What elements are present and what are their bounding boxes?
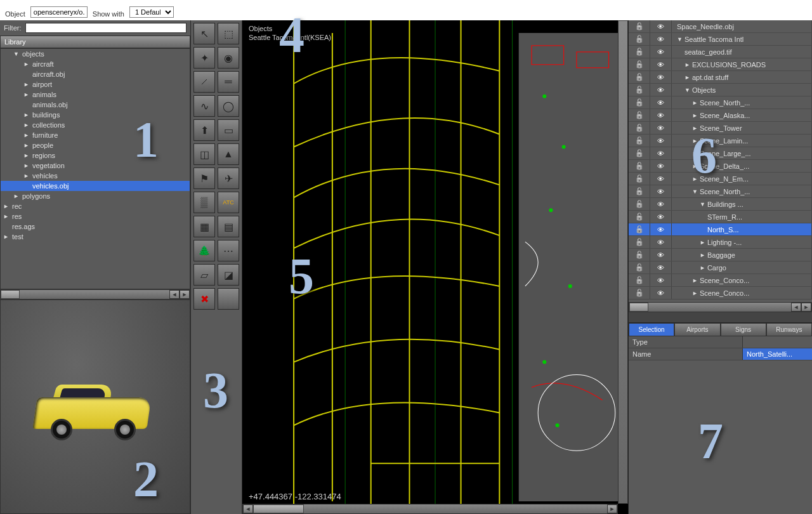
hierarchy-row[interactable]: ▼Scene_North_...: [629, 185, 812, 198]
hierarchy-row[interactable]: Space_Needle.obj: [629, 20, 812, 33]
visibility-icon[interactable]: [650, 223, 672, 235]
map-v-scroll[interactable]: [618, 20, 628, 504]
tree-item[interactable]: ►aircraft: [1, 59, 190, 69]
visibility-icon[interactable]: [650, 33, 672, 45]
show-with-select[interactable]: 1 Default: [129, 6, 174, 18]
hierarchy-row[interactable]: STerm_R...: [629, 211, 812, 223]
lock-icon[interactable]: [629, 135, 650, 147]
tree-item[interactable]: ►vegetation: [1, 161, 190, 171]
tree-item[interactable]: ►people: [1, 140, 190, 150]
tool-line[interactable]: ⋯: [218, 240, 239, 261]
tool-plane[interactable]: ✈: [218, 168, 239, 189]
visibility-icon[interactable]: [650, 46, 672, 58]
tab-signs[interactable]: Signs: [721, 323, 766, 336]
visibility-icon[interactable]: [650, 135, 672, 147]
property-row[interactable]: NameNorth_Satelli...: [629, 348, 812, 360]
visibility-icon[interactable]: [650, 147, 672, 159]
object-input[interactable]: [30, 6, 88, 18]
visibility-icon[interactable]: [650, 71, 672, 83]
tree-item[interactable]: ►buildings: [1, 110, 190, 120]
lock-icon[interactable]: [629, 249, 650, 261]
tool-terrain[interactable]: ◪: [218, 264, 239, 286]
hierarchy-row[interactable]: ►Scene_Tower: [629, 122, 812, 135]
tree-item[interactable]: ►furniture: [1, 130, 190, 140]
lock-icon[interactable]: [629, 147, 650, 159]
tool-hole[interactable]: ◯: [218, 95, 239, 117]
lock-icon[interactable]: [629, 274, 650, 286]
hierarchy-row[interactable]: ►Scene_Large_...: [629, 147, 812, 160]
tree-item[interactable]: ►regions: [1, 150, 190, 161]
tool-tower[interactable]: ⬆: [193, 119, 215, 141]
hierarchy-row[interactable]: ►Scene_Lamin...: [629, 135, 812, 147]
tool-curve[interactable]: ∿: [193, 95, 215, 117]
preview-pane[interactable]: [0, 300, 190, 514]
tool-tree[interactable]: 🌲: [193, 240, 215, 261]
tool-arrow[interactable]: ↖: [193, 23, 215, 44]
tree-item[interactable]: res.ags: [1, 221, 190, 232]
visibility-icon[interactable]: [650, 20, 672, 32]
tool-beacon[interactable]: ◉: [218, 47, 239, 69]
visibility-icon[interactable]: [650, 160, 672, 172]
visibility-icon[interactable]: [650, 211, 672, 223]
tree-item[interactable]: ►animals: [1, 89, 190, 100]
tree-item[interactable]: ►test: [1, 232, 190, 242]
filter-input[interactable]: [25, 23, 187, 33]
tree-scrollbar[interactable]: ◄►: [0, 289, 190, 300]
lock-icon[interactable]: [629, 109, 650, 121]
tree-item[interactable]: ►vehicles: [1, 171, 190, 181]
lock-icon[interactable]: [629, 198, 650, 210]
hierarchy-row[interactable]: ►Baggage: [629, 249, 812, 261]
hierarchy-row[interactable]: ►EXCLUSIONS_ROADS: [629, 58, 812, 71]
hier-scrollbar[interactable]: ◄►: [629, 302, 812, 312]
visibility-icon[interactable]: [650, 274, 672, 286]
tree-item[interactable]: ►polygons: [1, 191, 190, 201]
map-h-scroll[interactable]: ◄►: [242, 504, 618, 514]
tool-delete[interactable]: ✖: [193, 288, 215, 310]
hierarchy-row[interactable]: ►Scene_Alaska...: [629, 109, 812, 122]
tool-marquee[interactable]: ⬚: [218, 23, 239, 44]
hierarchy-row[interactable]: ►Scene_Delta_...: [629, 160, 812, 173]
lock-icon[interactable]: [629, 71, 650, 83]
visibility-icon[interactable]: [650, 122, 672, 134]
tree-item[interactable]: ►rec: [1, 201, 190, 211]
tool-windsock[interactable]: ⚑: [193, 168, 215, 189]
hierarchy-row[interactable]: ►apt.dat stuff: [629, 71, 812, 84]
tool-box[interactable]: ◫: [193, 143, 215, 165]
tree-item[interactable]: ►collections: [1, 120, 190, 130]
hierarchy-row[interactable]: North_S...: [629, 223, 812, 236]
hierarchy-tree[interactable]: Space_Needle.obj▼Seattle Tacoma Intlseat…: [629, 20, 812, 302]
tree-item[interactable]: ►airport: [1, 79, 190, 89]
tool-blank[interactable]: [218, 288, 239, 310]
tree-item[interactable]: ►res: [1, 211, 190, 221]
hierarchy-row[interactable]: ▼Buildings ...: [629, 198, 812, 211]
lock-icon[interactable]: [629, 96, 650, 109]
lock-icon[interactable]: [629, 20, 650, 32]
tool-atc[interactable]: ATC: [218, 192, 239, 213]
visibility-icon[interactable]: [650, 261, 672, 273]
lock-icon[interactable]: [629, 236, 650, 248]
hierarchy-row[interactable]: ►Lighting -...: [629, 236, 812, 249]
tool-facade[interactable]: ▤: [218, 216, 239, 237]
lock-icon[interactable]: [629, 223, 650, 235]
map-viewport[interactable]: ObjectsSeattle Tacoma Intl(KSEA) +47.444…: [242, 20, 628, 514]
visibility-icon[interactable]: [650, 84, 672, 96]
library-tree[interactable]: ▼objects►aircraftaircraft.obj►airport►an…: [0, 48, 190, 289]
lock-icon[interactable]: [629, 58, 650, 70]
visibility-icon[interactable]: [650, 96, 672, 109]
hierarchy-row[interactable]: seatac_geod.tif: [629, 46, 812, 58]
visibility-icon[interactable]: [650, 236, 672, 248]
tab-selection[interactable]: Selection: [629, 323, 674, 336]
hierarchy-row[interactable]: ▼Seattle Tacoma Intl: [629, 33, 812, 46]
tool-poly[interactable]: ▱: [193, 264, 215, 286]
tool-fence[interactable]: ▒: [193, 192, 215, 213]
lock-icon[interactable]: [629, 84, 650, 96]
property-row[interactable]: Type: [629, 336, 812, 348]
hierarchy-row[interactable]: ►Scene_N_Em...: [629, 173, 812, 185]
lock-icon[interactable]: [629, 46, 650, 58]
property-value[interactable]: North_Satelli...: [743, 348, 812, 360]
lock-icon[interactable]: [629, 185, 650, 197]
lock-icon[interactable]: [629, 122, 650, 134]
visibility-icon[interactable]: [650, 287, 672, 299]
tool-sign[interactable]: ▭: [218, 119, 239, 141]
lock-icon[interactable]: [629, 287, 650, 299]
